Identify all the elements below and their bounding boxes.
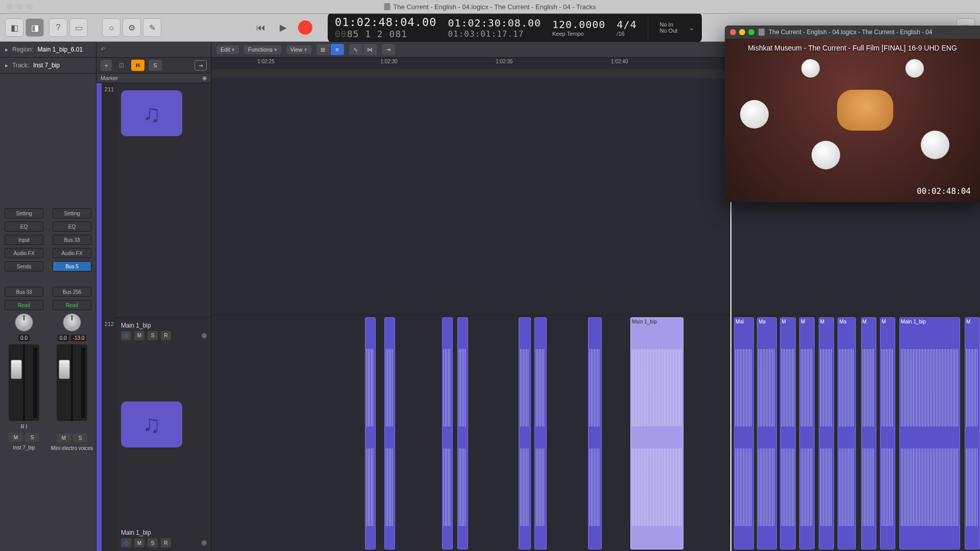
audio-clip[interactable]: Ma <box>838 317 856 549</box>
division[interactable]: /16 <box>617 31 636 37</box>
volume-fader[interactable] <box>9 344 39 421</box>
audio-clip[interactable] <box>588 317 602 549</box>
pan-knob[interactable] <box>15 313 33 332</box>
add-marker-icon[interactable]: ⊕ <box>202 75 207 82</box>
audio-clip[interactable]: Ma <box>757 317 777 549</box>
pan-knob[interactable] <box>63 313 81 332</box>
sends-slot[interactable]: Sends <box>5 261 43 271</box>
lcd-dropdown-icon[interactable]: ⌄ <box>689 23 695 32</box>
go-to-start-button[interactable]: ⏮ <box>253 20 268 35</box>
help-button[interactable]: ? <box>49 18 67 37</box>
output-slot[interactable]: Bus 33 <box>5 287 43 297</box>
cycle-out[interactable]: No Out <box>659 28 677 34</box>
brightness-button[interactable]: ☼ <box>102 18 120 37</box>
audio-clip[interactable]: M <box>799 317 815 549</box>
track-name[interactable]: Main 1_bip <box>121 529 207 536</box>
audio-clip[interactable] <box>519 317 531 549</box>
edit-menu[interactable]: Edit <box>216 45 239 54</box>
audio-clip[interactable]: Mai <box>734 317 754 549</box>
view-menu[interactable]: View <box>286 45 311 54</box>
tempo[interactable]: 120.0000 <box>552 18 605 31</box>
hide-button[interactable]: H <box>131 60 144 71</box>
play-button[interactable]: ▶ <box>276 20 291 35</box>
grid-view-icon[interactable]: ⊞ <box>316 44 330 55</box>
audio-clip[interactable]: Main 1_bip <box>899 317 960 549</box>
audio-clip[interactable]: M <box>880 317 895 549</box>
track-row[interactable]: ♫ <box>117 83 211 318</box>
track-name[interactable]: Main 1_bip <box>121 322 207 329</box>
video-traffic-lights[interactable] <box>730 29 754 35</box>
solo-button[interactable]: S <box>25 433 39 442</box>
output-slot[interactable]: Bus 256 <box>53 287 91 297</box>
library-button[interactable]: ◧ <box>5 18 23 37</box>
tempo-mode[interactable]: Keep Tempo <box>552 31 605 37</box>
freeze-button[interactable]: ⊡ <box>116 60 127 71</box>
traffic-lights[interactable] <box>0 4 33 10</box>
eq-slot[interactable]: EQ <box>53 221 91 232</box>
audio-clip[interactable]: M <box>861 317 876 549</box>
audio-clip[interactable]: M <box>819 317 834 549</box>
audiofx-slot[interactable]: Audio FX <box>53 248 91 258</box>
video-window[interactable]: The Current - English - 04.logicx - The … <box>725 26 980 202</box>
sliders-button[interactable]: ⚙ <box>122 18 141 37</box>
power-button[interactable]: ⏻ <box>121 538 131 547</box>
input-slot[interactable]: Input <box>5 235 43 245</box>
region-header[interactable]: ▸ Region: Main 1_bip_6.01 <box>0 42 96 58</box>
mute-button[interactable]: M <box>134 331 144 340</box>
marker-label: Marker <box>101 75 118 81</box>
audio-clip[interactable] <box>365 317 376 549</box>
track-number: 212 <box>102 318 117 552</box>
audio-clip[interactable]: M <box>780 317 795 549</box>
solo-button[interactable]: S <box>148 331 158 340</box>
add-track-button[interactable]: ＋ <box>101 60 112 71</box>
marker-track-header[interactable]: Marker ⊕ <box>96 73 211 83</box>
list-view-icon[interactable]: ≡ <box>331 44 344 55</box>
audio-clip[interactable] <box>457 317 468 549</box>
bbt-primary[interactable]: 0085 1 2 081 <box>335 29 436 39</box>
edit-tool-button[interactable]: ✎ <box>143 18 161 37</box>
record-enable-button[interactable]: R <box>161 331 171 340</box>
audio-clip[interactable]: M <box>965 317 980 549</box>
back-arrow-icon[interactable]: ↶ <box>101 46 106 53</box>
mute-button[interactable]: M <box>57 433 71 442</box>
setting-slot[interactable]: Setting <box>53 208 91 218</box>
inspector-button[interactable]: ◨ <box>26 18 44 37</box>
send-slot[interactable]: Bus 5 <box>53 261 91 271</box>
movie-button[interactable]: ▭ <box>69 18 88 37</box>
smpte-secondary[interactable]: 01:02:30:08.00 <box>448 17 541 29</box>
track-header[interactable]: ▸ Track: Inst 7_bip <box>0 58 96 73</box>
record-enable-button[interactable]: R <box>161 538 171 547</box>
automation-icon[interactable]: ∿ <box>349 44 362 55</box>
automation-slot[interactable]: Read <box>53 300 91 310</box>
eq-slot[interactable]: EQ <box>5 221 43 232</box>
solo-button[interactable]: S <box>73 433 87 442</box>
solo-header-button[interactable]: S <box>149 60 162 71</box>
solo-button[interactable]: S <box>148 538 158 547</box>
input-slot[interactable]: Bus 33 <box>53 235 91 245</box>
mute-button[interactable]: M <box>9 433 23 442</box>
video-titlebar[interactable]: The Current - English - 04.logicx - The … <box>725 26 980 39</box>
ruler-tick: 1:02:35 <box>496 59 512 64</box>
audio-clip[interactable] <box>384 317 395 549</box>
power-button[interactable]: ⏻ <box>121 331 131 340</box>
audio-clip[interactable] <box>534 317 547 549</box>
volume-fader[interactable] <box>57 344 87 421</box>
cycle-in[interactable]: No In <box>659 21 677 28</box>
functions-menu[interactable]: Functions <box>244 45 281 54</box>
audio-clip[interactable]: Main 1_bip <box>630 317 683 549</box>
timesig[interactable]: 4/4 <box>617 18 636 31</box>
flex-icon[interactable]: ⋈ <box>363 44 377 55</box>
setting-slot[interactable]: Setting <box>5 208 43 218</box>
lane-2[interactable]: Main 1_bipMaiMaMMMMaMMMain 1_bipM <box>211 315 980 551</box>
mute-button[interactable]: M <box>134 538 144 547</box>
record-button[interactable] <box>298 20 312 35</box>
audiofx-slot[interactable]: Audio FX <box>5 248 43 258</box>
automation-slot[interactable]: Read <box>5 300 43 310</box>
track-list: ↶ ＋ ⊡ H S ⇥ Marker ⊕ 211 212 ♫ Main 1 <box>96 42 211 551</box>
smpte-primary[interactable]: 01:02:48:04.00 <box>335 16 436 29</box>
track-row[interactable]: Main 1_bip ⏻ M S R ♫ Main 1_bip ⏻ M <box>117 318 211 552</box>
audio-clip[interactable] <box>442 317 453 549</box>
bbt-secondary[interactable]: 01:03:01:17.17 <box>448 29 541 39</box>
io-button[interactable]: ⇥ <box>194 60 207 70</box>
catch-icon[interactable]: ⇥ <box>382 44 395 55</box>
